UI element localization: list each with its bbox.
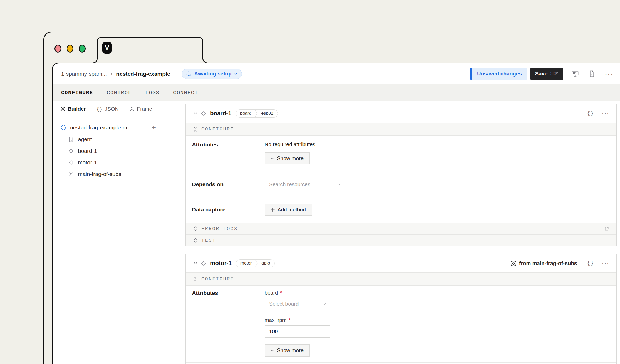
- section-test[interactable]: TEST: [186, 234, 616, 246]
- field-label-max-rpm: max_rpm *: [265, 317, 330, 323]
- mode-frame[interactable]: Frame: [129, 106, 152, 112]
- add-resource-button[interactable]: +: [152, 125, 156, 130]
- data-capture-label: Data capture: [186, 204, 265, 216]
- open-logs-external-icon[interactable]: [604, 226, 609, 231]
- required-asterisk: *: [288, 317, 290, 323]
- view-json-icon[interactable]: {}: [587, 260, 594, 266]
- depends-on-placeholder: Search resources: [269, 181, 310, 188]
- depends-on-select[interactable]: Search resources: [265, 179, 346, 190]
- collapse-section-icon: [194, 276, 197, 282]
- viam-logo-letter: V: [105, 44, 109, 52]
- chevron-down-icon: [271, 349, 274, 352]
- mode-json[interactable]: {} JSON: [96, 106, 119, 112]
- attributes-row: Attributes No required attributes. Show …: [186, 136, 616, 172]
- mode-builder[interactable]: Builder: [60, 106, 86, 112]
- max-rpm-input[interactable]: [265, 325, 330, 338]
- breadcrumb-current-machine: nested-frag-example: [116, 71, 170, 77]
- component-diamond-icon: [201, 261, 206, 266]
- chevron-down-icon: [339, 183, 342, 186]
- resource-name: motor-1: [210, 260, 232, 267]
- tree-item-board-1[interactable]: board-1: [53, 145, 165, 157]
- plus-icon: [271, 208, 275, 212]
- tree-item-motor-1[interactable]: motor-1: [53, 157, 165, 168]
- fragment-icon: [68, 171, 74, 177]
- status-badge-label: Awaiting setup: [194, 71, 232, 77]
- window-minimize-button[interactable]: [67, 45, 73, 53]
- resource-card-board-1: board-1 board esp32 {} ···: [185, 104, 617, 246]
- expand-section-icon: [194, 226, 197, 231]
- agent-file-icon: [68, 136, 74, 142]
- more-menu-icon[interactable]: ···: [605, 73, 613, 75]
- resource-type-tags: board esp32: [236, 109, 278, 118]
- tree-item-label: motor-1: [78, 159, 97, 166]
- card-header[interactable]: motor-1 motor gpio: [186, 254, 616, 272]
- attributes-row: Attributes board * Select board: [186, 286, 616, 362]
- add-method-button[interactable]: Add method: [265, 204, 312, 216]
- tree-item-label: board-1: [78, 148, 97, 154]
- app-panel: 1-spammy-spam... › nested-frag-example A…: [52, 63, 620, 364]
- chevron-down-icon: [194, 262, 197, 265]
- config-main-area: board-1 board esp32 {} ···: [165, 101, 620, 364]
- card-more-menu-icon[interactable]: ···: [602, 112, 609, 115]
- tab-connect[interactable]: CONNECT: [173, 90, 198, 96]
- machine-status-badge[interactable]: Awaiting setup: [182, 69, 242, 79]
- data-capture-row: Data capture Add method: [186, 197, 616, 223]
- depends-on-label: Depends on: [186, 179, 265, 190]
- required-asterisk: *: [280, 290, 282, 296]
- show-more-button[interactable]: Show more: [265, 344, 310, 357]
- ellipsis-glyph: ···: [602, 259, 609, 267]
- expand-section-icon: [194, 238, 197, 243]
- tree-item-label: agent: [78, 136, 92, 143]
- chevron-down-icon: [194, 112, 197, 115]
- braces-glyph: {}: [587, 110, 594, 117]
- top-actions: Unsaved changes Save ⌘S: [470, 68, 613, 80]
- logs-document-icon[interactable]: [589, 70, 595, 77]
- view-json-icon[interactable]: {}: [587, 110, 594, 117]
- board-select[interactable]: Select board: [265, 298, 330, 310]
- from-fragment-indicator: from main-frag-of-subs: [511, 260, 577, 266]
- mode-builder-label: Builder: [68, 106, 86, 112]
- card-header[interactable]: board-1 board esp32 {} ···: [186, 104, 616, 123]
- json-braces-icon: {}: [96, 106, 102, 112]
- attributes-content: No required attributes. Show more: [265, 141, 317, 164]
- window-zoom-button[interactable]: [79, 45, 86, 53]
- attributes-content: board * Select board m: [265, 290, 330, 357]
- mode-json-label: JSON: [105, 106, 119, 112]
- component-diamond-icon: [68, 160, 74, 165]
- tab-logs[interactable]: LOGS: [145, 90, 160, 96]
- tree-item-agent[interactable]: agent: [53, 134, 165, 145]
- collapse-section-icon: [194, 127, 197, 132]
- tag-type: motor: [237, 261, 255, 266]
- tree-root-machine-part[interactable]: nested-frag-example-m... +: [53, 122, 165, 134]
- braces-glyph: {}: [587, 260, 594, 266]
- resource-card-motor-1: motor-1 motor gpio: [185, 254, 617, 364]
- sidebar-mode-toolbar: Builder {} JSON: [53, 101, 165, 117]
- window-close-button[interactable]: [54, 45, 61, 53]
- machine-monitor-icon[interactable]: [572, 70, 579, 77]
- section-configure[interactable]: CONFIGURE: [186, 272, 616, 286]
- save-shortcut: ⌘S: [550, 71, 559, 77]
- section-error-logs[interactable]: ERROR LOGS: [186, 223, 616, 234]
- save-button[interactable]: Save ⌘S: [530, 68, 563, 80]
- section-configure-label: CONFIGURE: [201, 127, 234, 132]
- field-name: max_rpm: [265, 317, 286, 323]
- chevron-down-icon: [271, 157, 274, 160]
- attributes-label: Attributes: [186, 290, 265, 357]
- breadcrumb-parent[interactable]: 1-spammy-spam...: [61, 71, 107, 77]
- show-more-button[interactable]: Show more: [265, 152, 310, 164]
- show-more-label: Show more: [277, 155, 304, 161]
- next-row-cut-off: [186, 362, 616, 364]
- tab-configure[interactable]: CONFIGURE: [61, 90, 93, 96]
- frame-axes-icon: [129, 107, 135, 112]
- from-fragment-label: from main-frag-of-subs: [519, 260, 577, 266]
- tree-item-main-frag-of-subs[interactable]: main-frag-of-subs: [53, 168, 165, 180]
- tab-control[interactable]: CONTROL: [107, 90, 132, 96]
- tag-model: gpio: [258, 261, 273, 266]
- section-configure[interactable]: CONFIGURE: [186, 123, 616, 136]
- tag-model: esp32: [258, 111, 277, 116]
- tree-root-label: nested-frag-example-m...: [70, 124, 132, 131]
- ellipsis-glyph: ···: [602, 109, 609, 117]
- card-more-menu-icon[interactable]: ···: [602, 262, 609, 265]
- no-required-attributes-text: No required attributes.: [265, 141, 317, 148]
- field-label-board: board *: [265, 290, 330, 296]
